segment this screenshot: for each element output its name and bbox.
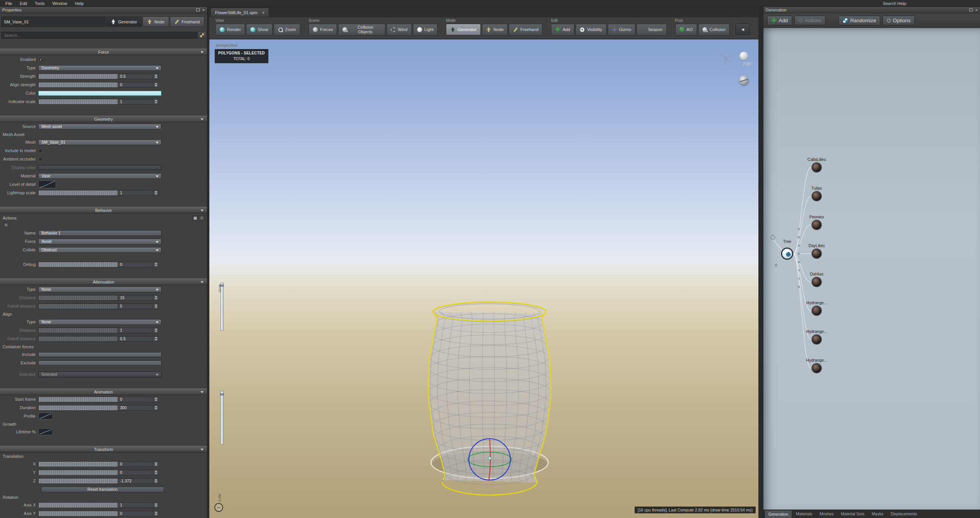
collision-button[interactable]: Collision	[698, 24, 730, 35]
mode-generator-button[interactable]: Generator	[106, 16, 142, 27]
duration-slider[interactable]: 300	[38, 405, 159, 411]
light-ball-widget[interactable]	[739, 75, 749, 85]
generator-mode-button[interactable]: Generator	[446, 24, 481, 35]
include-field[interactable]	[38, 352, 161, 357]
mode-node-button[interactable]: Node	[143, 16, 169, 27]
node-name-input[interactable]	[1, 16, 105, 27]
collide-dropdown[interactable]: Obstruct	[38, 247, 161, 253]
spinner-buttons[interactable]	[153, 405, 159, 411]
translate-z-slider[interactable]: -1.372	[38, 478, 159, 484]
tab-displacements[interactable]: Displacements	[887, 510, 921, 518]
align-strength-slider[interactable]: 0	[38, 82, 159, 88]
material-dropdown[interactable]: Vase	[38, 173, 161, 179]
orbit-ball-widget[interactable]	[740, 52, 748, 60]
spinner-buttons[interactable]	[153, 74, 159, 79]
generation-node[interactable]	[812, 191, 822, 201]
spinner-buttons[interactable]	[153, 82, 159, 88]
render-button[interactable]: Render	[215, 24, 245, 35]
include-in-model-checkbox[interactable]	[38, 149, 43, 153]
gizmo-button[interactable]: Gizmo	[608, 24, 636, 35]
tab-generation[interactable]: Generation	[765, 510, 792, 518]
force-type-dropdown[interactable]: Geometry	[38, 65, 161, 71]
axis-y-slider[interactable]: 0	[38, 511, 159, 516]
spinner-buttons[interactable]	[153, 190, 159, 196]
menu-help[interactable]: Help	[71, 1, 88, 6]
reset-translation-button[interactable]: Reset translation	[41, 487, 164, 492]
spinner-buttons[interactable]	[153, 262, 159, 267]
attenuation-type-dropdown[interactable]: None	[38, 287, 161, 292]
float-panel-icon[interactable]	[196, 8, 200, 11]
section-transform[interactable]: Transform	[0, 446, 207, 452]
mode-freehand-button[interactable]: Freehand	[170, 16, 204, 27]
indicator-dropdown[interactable]: Selected	[38, 372, 161, 377]
freehand-mode-button[interactable]: Freehand	[509, 24, 543, 35]
exclude-field[interactable]	[38, 361, 161, 366]
spinner-buttons[interactable]	[153, 511, 159, 516]
align-type-dropdown[interactable]: None	[38, 319, 161, 325]
generation-node[interactable]	[812, 363, 822, 373]
collision-objects-button[interactable]: Collision Objects	[338, 24, 385, 35]
generation-tree-node[interactable]	[781, 248, 793, 260]
mesh-dropdown[interactable]: SM_Vase_01	[38, 139, 161, 145]
lod-slider-upper[interactable]	[220, 283, 224, 331]
profile-curve[interactable]	[38, 413, 53, 420]
lifetime-curve[interactable]	[38, 428, 53, 435]
strength-slider[interactable]: 0.5	[38, 74, 159, 79]
tab-masks[interactable]: Masks	[868, 510, 887, 518]
camera-label[interactable]: perspective	[216, 43, 237, 48]
generation-actions-button[interactable]: Actions	[794, 16, 826, 25]
visibility-button[interactable]: Visibility	[576, 24, 607, 35]
add-button[interactable]: Add	[551, 24, 574, 35]
viewport-more-button[interactable]: ...	[214, 503, 223, 512]
actions-list-button[interactable]: ▦	[192, 216, 198, 221]
spinner-buttons[interactable]	[153, 478, 159, 484]
spinner-buttons[interactable]	[153, 461, 159, 467]
tab-meshes[interactable]: Meshes	[816, 510, 837, 518]
remove-behavior-button[interactable]: ×	[3, 223, 9, 228]
document-tab[interactable]: FlowerStillLife_01.spm ×	[210, 8, 269, 17]
menu-window[interactable]: Window	[48, 1, 71, 6]
wind-button[interactable]: Wind	[386, 24, 412, 35]
section-behavior[interactable]: Behavior	[0, 207, 207, 213]
season-button[interactable]: Season	[636, 24, 666, 35]
ambient-occluder-checkbox[interactable]	[38, 157, 43, 161]
level-of-detail-curve[interactable]	[38, 180, 56, 188]
section-animation[interactable]: Animation	[0, 388, 207, 395]
tab-close-icon[interactable]: ×	[262, 10, 265, 15]
generation-node[interactable]	[812, 162, 822, 172]
generation-add-button[interactable]: Add	[767, 16, 792, 25]
viewport-3d[interactable]: perspective POLYGONS - SELECTED TOTAL: 0…	[209, 39, 758, 518]
generation-graph[interactable]: Tree CallaLiliesTulipsPeoniesDayLiliesDa…	[763, 28, 980, 510]
close-panel-icon[interactable]: ×	[202, 8, 205, 12]
search-filter-button[interactable]	[198, 32, 206, 39]
tab-material-sets[interactable]: Material Sets	[837, 510, 868, 518]
translate-y-slider[interactable]: 0	[38, 470, 159, 475]
section-attenuation[interactable]: Attenuation	[0, 279, 207, 285]
generation-node[interactable]	[812, 334, 822, 344]
menu-tools[interactable]: Tools	[31, 1, 49, 6]
options-button[interactable]: Options	[883, 16, 915, 25]
randomize-button[interactable]: Randomize	[839, 16, 880, 25]
zoom-button[interactable]: Zoom	[274, 24, 300, 35]
start-frame-slider[interactable]: 0	[38, 397, 159, 402]
show-button[interactable]: Show	[246, 24, 273, 35]
debug-slider[interactable]: 0	[38, 262, 159, 267]
lod-slider-lower[interactable]	[220, 391, 224, 444]
axis-x-slider[interactable]: 1	[38, 502, 159, 508]
spinner-buttons[interactable]	[153, 470, 159, 475]
translate-x-slider[interactable]: 0	[38, 461, 159, 467]
lightmap-scale-slider[interactable]: 1	[38, 190, 159, 196]
behavior-name-field[interactable]: Behavior 1	[38, 230, 161, 236]
float-panel-icon[interactable]	[969, 8, 973, 11]
collapse-toolbar-button[interactable]: ◀	[735, 23, 750, 35]
tab-materials[interactable]: Materials	[793, 510, 816, 518]
menu-edit[interactable]: Edit	[16, 1, 31, 6]
forces-button[interactable]: Forces	[309, 24, 337, 35]
ao-button[interactable]: AO	[675, 24, 697, 35]
generation-node[interactable]	[812, 220, 822, 230]
behavior-force-dropdown[interactable]: Avoid	[38, 239, 161, 244]
generation-node[interactable]	[812, 249, 822, 259]
enabled-checkbox[interactable]: ✓	[38, 57, 43, 62]
section-geometry[interactable]: Geometry	[0, 116, 207, 122]
light-button[interactable]: Light	[413, 24, 438, 35]
